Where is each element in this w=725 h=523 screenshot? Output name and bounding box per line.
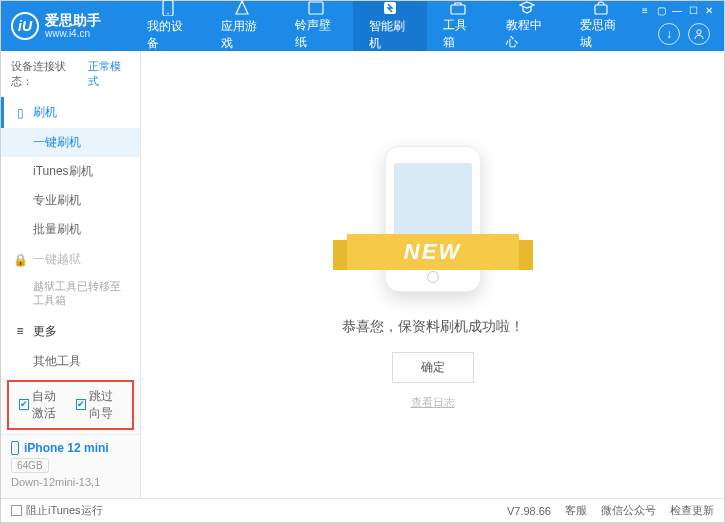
svg-point-1 — [167, 13, 169, 15]
nav-ringtone[interactable]: 铃声壁纸 — [279, 1, 353, 51]
svg-rect-2 — [309, 2, 323, 14]
brand-title: 爱思助手 — [45, 12, 101, 29]
download-button[interactable]: ↓ — [658, 23, 680, 45]
nav-store[interactable]: 爱思商城 — [564, 1, 638, 51]
customer-service-link[interactable]: 客服 — [565, 503, 587, 518]
more-icon: ≡ — [13, 324, 27, 338]
nav-label: 铃声壁纸 — [295, 17, 337, 51]
device-storage: 64GB — [11, 458, 49, 473]
sidebar-major-jailbreak: 🔒 一键越狱 — [1, 244, 140, 275]
user-button[interactable] — [688, 23, 710, 45]
checkbox-label: 阻止iTunes运行 — [26, 503, 103, 518]
nav-label: 工具箱 — [443, 17, 474, 51]
menu-icon[interactable]: ≡ — [638, 5, 652, 16]
device-block[interactable]: iPhone 12 mini 64GB Down-12mini-13,1 — [1, 434, 140, 498]
sidebar-sub-batch[interactable]: 批量刷机 — [1, 215, 140, 244]
ok-button[interactable]: 确定 — [392, 352, 474, 383]
sidebar-major-flash[interactable]: ▯ 刷机 — [1, 97, 140, 128]
wechat-link[interactable]: 微信公众号 — [601, 503, 656, 518]
version-label: V7.98.66 — [507, 505, 551, 517]
checkbox-icon — [11, 505, 22, 516]
nav-label: 爱思商城 — [580, 17, 622, 51]
sidebar-sub-oneclick[interactable]: 一键刷机 — [1, 128, 140, 157]
phone-small-icon: ▯ — [13, 106, 27, 120]
checkbox-row: ✔ 自动激活 ✔ 跳过向导 — [7, 380, 134, 430]
checkbox-icon: ✔ — [19, 399, 29, 410]
brand-logo-icon: iU — [11, 12, 39, 40]
checkbox-label: 跳过向导 — [89, 388, 123, 422]
device-phone-icon — [11, 441, 19, 455]
sidebar-label: 一键越狱 — [33, 251, 81, 268]
flash-icon — [381, 0, 399, 16]
toolbox-icon — [449, 1, 467, 15]
checkbox-skip-guide[interactable]: ✔ 跳过向导 — [76, 388, 123, 422]
nav-flash[interactable]: 智能刷机 — [353, 1, 427, 51]
wallpaper-icon — [307, 1, 325, 15]
success-illustration: NEW — [343, 140, 523, 300]
sidebar-label: 更多 — [33, 323, 57, 340]
check-update-link[interactable]: 检查更新 — [670, 503, 714, 518]
nav-label: 我的设备 — [147, 18, 189, 52]
svg-point-6 — [697, 30, 701, 34]
store-icon — [592, 1, 610, 15]
checkbox-auto-activate[interactable]: ✔ 自动激活 — [19, 388, 66, 422]
nav-tools[interactable]: 工具箱 — [427, 1, 490, 51]
sidebar-jb-note: 越狱工具已转移至工具箱 — [1, 275, 140, 316]
main-content: NEW 恭喜您，保资料刷机成功啦！ 确定 查看日志 — [141, 51, 724, 498]
footer: 阻止iTunes运行 V7.98.66 客服 微信公众号 检查更新 — [1, 498, 724, 522]
svg-rect-4 — [451, 5, 465, 14]
nav-my-device[interactable]: 我的设备 — [131, 1, 205, 51]
success-message: 恭喜您，保资料刷机成功啦！ — [342, 318, 524, 336]
minimize-icon[interactable]: — — [670, 5, 684, 16]
close-icon[interactable]: ✕ — [702, 5, 716, 16]
tutorial-icon — [518, 1, 536, 15]
sidebar-major-more[interactable]: ≡ 更多 — [1, 316, 140, 347]
device-name: iPhone 12 mini — [11, 441, 130, 455]
nav-label: 应用游戏 — [221, 18, 263, 52]
sidebar-sub-pro[interactable]: 专业刷机 — [1, 186, 140, 215]
maximize-icon[interactable]: ☐ — [686, 5, 700, 16]
lock-icon: 🔒 — [13, 253, 27, 267]
ribbon-label: NEW — [347, 234, 519, 270]
sidebar-sub-other[interactable]: 其他工具 — [1, 347, 140, 376]
connection-status: 设备连接状态： 正常模式 — [1, 51, 140, 97]
brand[interactable]: iU 爱思助手 www.i4.cn — [11, 1, 131, 51]
svg-rect-5 — [595, 5, 607, 14]
conn-label: 设备连接状态： — [11, 59, 84, 89]
sidebar-sub-itunes[interactable]: iTunes刷机 — [1, 157, 140, 186]
sidebar: 设备连接状态： 正常模式 ▯ 刷机 一键刷机 iTunes刷机 专业刷机 批量刷… — [1, 51, 141, 498]
nav-label: 教程中心 — [506, 17, 548, 51]
conn-value: 正常模式 — [88, 59, 130, 89]
brand-url: www.i4.cn — [45, 28, 101, 40]
nav-label: 智能刷机 — [369, 18, 411, 52]
top-nav: iU 爱思助手 www.i4.cn 我的设备 应用游戏 铃声壁纸 智能刷机 — [1, 1, 724, 51]
nav-tutorial[interactable]: 教程中心 — [490, 1, 564, 51]
apps-icon — [233, 0, 251, 16]
checkbox-icon: ✔ — [76, 399, 86, 410]
nav-apps[interactable]: 应用游戏 — [205, 1, 279, 51]
device-name-label: iPhone 12 mini — [24, 441, 109, 455]
checkbox-label: 自动激活 — [32, 388, 66, 422]
view-log-link[interactable]: 查看日志 — [411, 395, 455, 410]
sidebar-label: 刷机 — [33, 104, 57, 121]
phone-icon — [159, 0, 177, 16]
skin-icon[interactable]: ▢ — [654, 5, 668, 16]
device-info-line: Down-12mini-13,1 — [11, 475, 130, 490]
checkbox-stop-itunes[interactable]: 阻止iTunes运行 — [11, 503, 103, 518]
